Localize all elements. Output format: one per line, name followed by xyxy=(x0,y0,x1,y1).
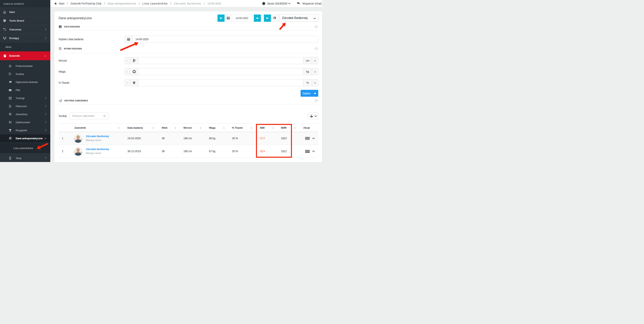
svg-text:31: 31 xyxy=(10,98,11,99)
